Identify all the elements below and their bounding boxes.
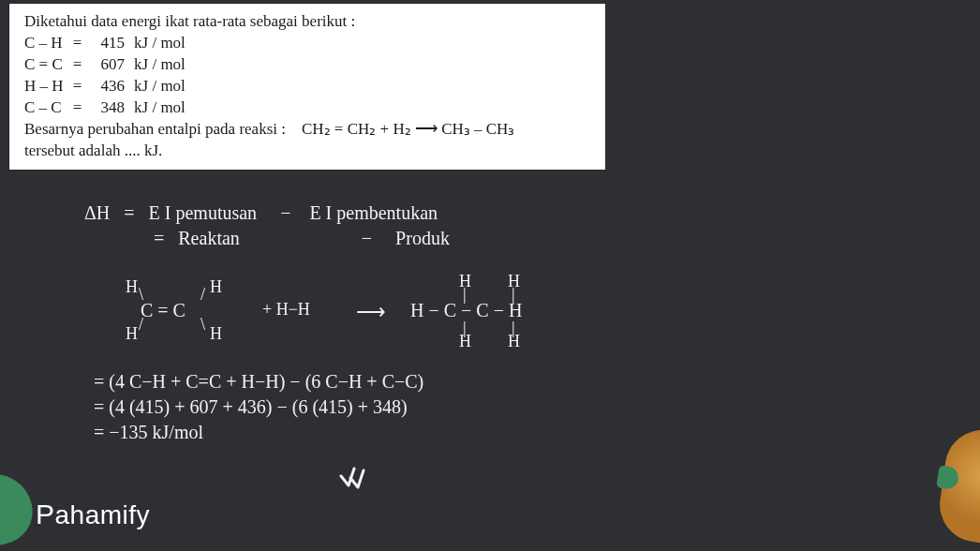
bond-equals: = bbox=[67, 97, 92, 119]
atom-h: H bbox=[126, 277, 138, 297]
energy-breaking-label: E I pemutusan bbox=[149, 202, 258, 223]
brand-logo: Pahamify bbox=[36, 499, 150, 530]
brand-text: ahamify bbox=[55, 500, 151, 529]
bond-value: 436 bbox=[92, 76, 129, 97]
calc-line-2: = (4 (415) + 607 + 436) − (6 (415) + 348… bbox=[94, 396, 423, 418]
bond-equals: = bbox=[67, 54, 92, 76]
bond-equals: = bbox=[67, 33, 92, 54]
energy-forming-label: E I pembentukan bbox=[309, 202, 438, 223]
problem-card: Diketahui data energi ikat rata-rata seb… bbox=[9, 4, 605, 170]
solution-definition-block: ΔH = E I pemutusan − E I pembentukan = R… bbox=[84, 202, 834, 253]
bond-value: 348 bbox=[92, 97, 129, 119]
bond-equals: = bbox=[67, 76, 92, 97]
problem-intro: Diketahui data energi ikat rata-rata seb… bbox=[24, 11, 590, 33]
atom-h: H bbox=[210, 277, 222, 297]
bond-value: 415 bbox=[92, 33, 129, 54]
table-row: C = C = 607 kJ / mol bbox=[24, 54, 189, 76]
equals-sign: = bbox=[124, 202, 134, 223]
decorative-accent-left bbox=[0, 468, 38, 549]
plus-hh: + H−H bbox=[262, 300, 310, 320]
reaction-text: CH₂ = CH₂ + H₂ ⟶ CH₃ – CH₃ bbox=[302, 120, 514, 138]
solution-row: = Reaktan − Produk bbox=[84, 228, 834, 249]
equals-sign: = bbox=[154, 228, 164, 248]
double-check-icon bbox=[337, 457, 375, 499]
atom-h: H bbox=[508, 332, 520, 351]
bond-unit: kJ / mol bbox=[128, 76, 189, 97]
calc-line-1: = (4 C−H + C=C + H−H) − (6 C−H + C−C) bbox=[94, 371, 423, 393]
question-start: Besarnya perubahan entalpi pada reaksi : bbox=[24, 120, 286, 138]
reactant-label: Reaktan bbox=[178, 228, 240, 248]
bond-value: 607 bbox=[92, 54, 129, 76]
table-row: C – H = 415 kJ / mol bbox=[24, 33, 189, 54]
minus-sign: − bbox=[280, 202, 290, 223]
table-row: C – C = 348 kJ / mol bbox=[24, 97, 189, 119]
minus-sign: − bbox=[362, 228, 372, 248]
bond-energy-table: C – H = 415 kJ / mol C = C = 607 kJ / mo… bbox=[24, 33, 189, 119]
calc-line-3: = −135 kJ/mol bbox=[94, 422, 423, 443]
bond-label: H – H bbox=[24, 76, 67, 97]
bond-label: C – H bbox=[24, 33, 67, 54]
structural-reaction-block: H H C = C H H \ / / \ + H−H ⟶ H H | | H … bbox=[84, 272, 778, 358]
bond-label: C = C bbox=[24, 54, 67, 76]
bond-unit: kJ / mol bbox=[128, 33, 189, 54]
solution-row: ΔH = E I pemutusan − E I pembentukan bbox=[84, 202, 834, 224]
bond-label: C – C bbox=[24, 97, 67, 119]
calculation-block: = (4 C−H + C=C + H−H) − (6 C−H + C−C) = … bbox=[94, 371, 423, 447]
arrow-icon: ⟶ bbox=[356, 300, 386, 324]
bond-unit: kJ / mol bbox=[128, 97, 189, 119]
problem-question-line: Besarnya perubahan entalpi pada reaksi :… bbox=[24, 119, 590, 141]
table-row: H – H = 436 kJ / mol bbox=[24, 76, 189, 97]
right-core: H − C − C − H bbox=[410, 300, 522, 321]
atom-h: H bbox=[459, 332, 471, 351]
atom-h: H bbox=[126, 324, 138, 344]
question-end: tersebut adalah .... kJ. bbox=[24, 141, 590, 162]
atom-h: H bbox=[210, 324, 222, 344]
bond-unit: kJ / mol bbox=[128, 54, 189, 76]
left-core: C = C bbox=[141, 300, 186, 321]
product-label: Produk bbox=[395, 228, 450, 248]
delta-h-label: ΔH bbox=[84, 202, 110, 223]
decorative-accent-right bbox=[935, 425, 980, 546]
